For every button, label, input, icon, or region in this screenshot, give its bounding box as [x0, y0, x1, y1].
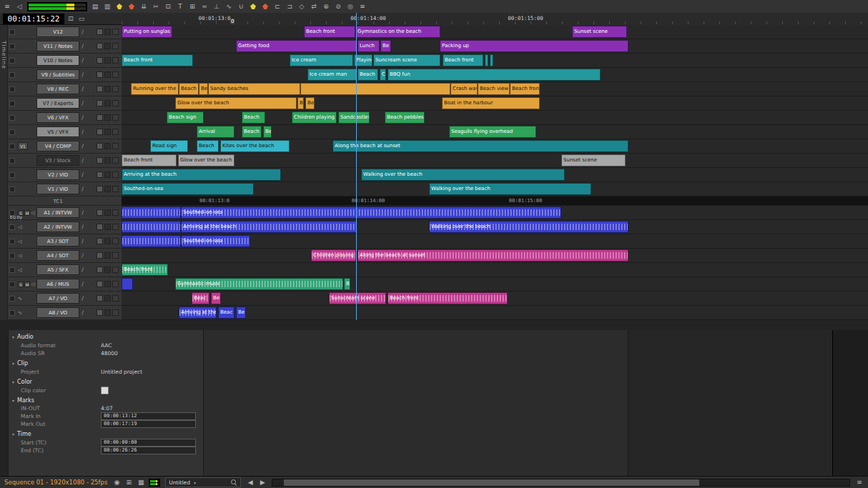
track-lane-v12[interactable]: Putting on sunglasBeach frontGymnastics … [122, 25, 868, 39]
field-input[interactable]: 00:00:26:26 [101, 447, 196, 454]
timeline-clip-be[interactable]: Be [263, 126, 272, 138]
track-monitor-button[interactable] [97, 238, 103, 244]
patch-icon[interactable]: ∕ [79, 71, 86, 78]
track-lane-tc1[interactable]: 00:01:13:000:01:14:0000:01:15:00 [122, 196, 868, 206]
disclosure-icon[interactable]: ▾ [12, 398, 14, 403]
timeline-clip-walking-over-the-beach[interactable]: Walking over the beach [429, 183, 591, 195]
track-record-button[interactable] [104, 171, 111, 178]
timeline-clip-arriving-at-the-beach[interactable]: Arriving at the beach [122, 169, 281, 181]
keyframe-button[interactable]: ◇ [297, 2, 306, 11]
patch-icon[interactable]: ∕ [79, 143, 86, 149]
effect-palette-button[interactable]: ⊞ [188, 2, 197, 11]
timeline-view-dropdown[interactable]: Untitled ▾ [165, 477, 241, 487]
timeline-clip-along-the-beach-at-sunset[interactable]: Along the beach at sunset [332, 140, 628, 152]
track-button-a6[interactable]: A6 / MUS [36, 279, 79, 289]
patch-icon[interactable]: ∕ [79, 57, 86, 64]
track-gain-box[interactable] [112, 157, 119, 164]
track-gain-box[interactable] [112, 100, 119, 106]
timecode-view-icon[interactable]: ▭ [77, 14, 86, 24]
track-monitor-button[interactable] [97, 71, 103, 78]
track-button-a4[interactable]: A4 / SOT [36, 250, 79, 261]
track-monitor-button[interactable] [97, 100, 103, 106]
timeline-clip-sandy-beaches[interactable]: Sandy beaches [208, 83, 300, 95]
track-lane-v11[interactable]: Getting foodLunchBePacking up [122, 39, 868, 54]
timeline-clip-beach-front[interactable]: Beach front [304, 26, 355, 38]
track-button-v7[interactable]: V7 / Experts [36, 98, 79, 109]
track-record-button[interactable] [104, 157, 111, 164]
mute-button[interactable]: ◁ [15, 2, 24, 11]
patch-icon[interactable]: ∕ [79, 100, 86, 106]
timeline-clip-beac[interactable]: Beac [218, 307, 235, 319]
timeline-clip-sunset-scene[interactable]: Sunset scene [561, 154, 626, 166]
track-record-button[interactable] [104, 57, 111, 64]
clip-color-swatch[interactable] [101, 387, 109, 394]
timeline-clip-beach-front[interactable]: Beach front [388, 292, 508, 304]
track-gain-box[interactable] [112, 281, 119, 287]
playhead[interactable] [356, 13, 357, 320]
track-lane-v5[interactable]: ArrivalBeachBeSeagulls flying overhead [122, 125, 868, 139]
timeline-clip-arriving-at-the-beach[interactable]: Arriving at the beach [181, 221, 357, 233]
track-record-button[interactable] [104, 186, 111, 192]
timeline-clip-b[interactable]: B [344, 278, 350, 290]
track-record-button[interactable] [104, 143, 111, 149]
patch-icon[interactable]: ∕ [79, 252, 86, 259]
toggle-clip-color-button[interactable]: ▤ [91, 2, 99, 11]
track-record-button[interactable] [104, 86, 111, 92]
patch-icon[interactable]: ∕ [79, 86, 86, 92]
track-monitor-button[interactable] [97, 281, 103, 287]
track-button-v8[interactable]: V8 / REC [36, 84, 79, 94]
track-monitor-button[interactable] [97, 29, 103, 35]
field-input[interactable]: 00:00:13:12 [101, 412, 196, 420]
text-tool-button[interactable]: T [176, 2, 184, 11]
patch-icon[interactable]: ∕ [79, 114, 86, 121]
track-button-v9[interactable]: V9 / Subtitles [36, 69, 79, 80]
timeline-settings-button[interactable]: ≡ [358, 2, 367, 11]
patch-icon[interactable]: ∕ [79, 309, 86, 316]
track-button-v5[interactable]: V5 / VFX [36, 126, 79, 137]
timeline-clip-segment[interactable] [300, 83, 450, 95]
timeline-clip-segment[interactable] [122, 206, 181, 219]
timeline-clip-beach-pebbles[interactable]: Beach pebbles [385, 111, 425, 124]
track-gain-box[interactable] [112, 171, 119, 178]
patch-icon[interactable]: ∕ [79, 129, 86, 135]
timeline-clip-arriving-at-the-be[interactable]: Arriving at the be [179, 307, 217, 319]
track-monitor-button[interactable] [97, 57, 103, 64]
timeline-bottom-menu-icon[interactable]: ≡ [855, 478, 864, 487]
mixdown-button[interactable]: ⇊ [139, 2, 148, 11]
track-lane-a5[interactable]: Beach front [122, 263, 868, 277]
detail-view-icon[interactable]: ▦ [137, 478, 145, 487]
inspector-section-clip[interactable]: ▾Clip [9, 359, 203, 368]
focus-button[interactable]: ◎ [346, 2, 355, 11]
track-button-v3[interactable]: V3 / Stock [36, 155, 79, 166]
inspector-section-time[interactable]: ▾Time [9, 429, 203, 439]
timeline-ruler[interactable]: 00:01:13:000:01:14:0000:01:15:000 [122, 13, 868, 26]
track-button-a8[interactable]: A8 / VO [36, 307, 79, 318]
patch-icon[interactable]: ∕ [79, 281, 86, 287]
track-monitor-button[interactable] [97, 129, 103, 135]
patch-icon[interactable]: ∕ [79, 238, 86, 244]
scroll-left-button[interactable]: ◀ [246, 478, 255, 487]
zoom-in-button[interactable]: ⊕ [322, 2, 330, 11]
lift-overwrite-button[interactable]: ⊡ [164, 2, 172, 11]
track-gain-box[interactable] [112, 114, 119, 121]
timeline-clip-be[interactable]: Be [199, 83, 208, 95]
timeline-fast-menu-icon[interactable]: ≡ [3, 2, 11, 11]
track-gain-box[interactable] [112, 224, 119, 230]
slip-button[interactable]: ⇄ [310, 2, 318, 11]
patch-icon[interactable]: ∕ [79, 186, 86, 192]
timeline-clip-sunset-scene[interactable]: Sunset scene [572, 26, 627, 38]
timeline-clip-beach-front[interactable]: Beach front [122, 54, 193, 66]
patch-icon[interactable]: ∕ [79, 267, 86, 273]
track-record-button[interactable] [104, 100, 111, 106]
track-record-button[interactable] [104, 114, 111, 121]
scroll-right-button[interactable]: ▶ [258, 478, 267, 487]
timeline-clip-glow-over-the-beach[interactable]: Glow over the beach [178, 154, 235, 166]
link-selection-button[interactable]: ∪ [237, 2, 245, 11]
timeline-clip-beach-front[interactable]: Beach front [443, 54, 483, 66]
timeline-clip-bbq-fun[interactable]: BBQ fun [388, 69, 601, 81]
track-lane-a7[interactable]: BeacBeSunscream sceneBeach front [122, 292, 868, 306]
track-lane-a6[interactable]: Gymnastic musicB [122, 277, 868, 292]
timeline-clip-arrival[interactable]: Arrival [197, 126, 235, 138]
track-lane-v7[interactable]: Glow over the beachBBeBoat in the harbou… [122, 96, 868, 111]
track-gain-box[interactable] [112, 57, 119, 64]
